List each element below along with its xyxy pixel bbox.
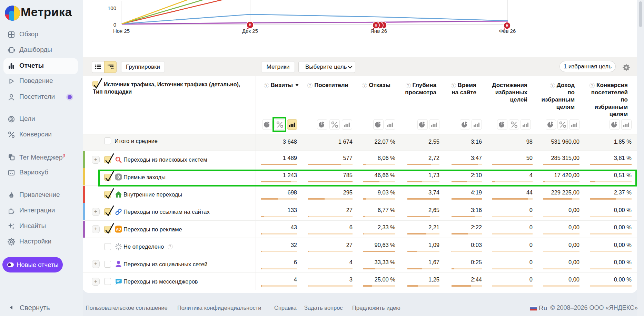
svg-text:Ноя 25: Ноя 25 [113,28,130,34]
svg-text:100: 100 [108,5,116,11]
svg-text:Н: Н [375,23,377,27]
svg-text:Н: Н [249,23,251,27]
svg-text:0: 0 [113,22,116,28]
svg-text:Н: Н [506,24,508,28]
svg-text:AD: AD [116,227,121,231]
svg-text:Дек 25: Дек 25 [242,28,258,34]
